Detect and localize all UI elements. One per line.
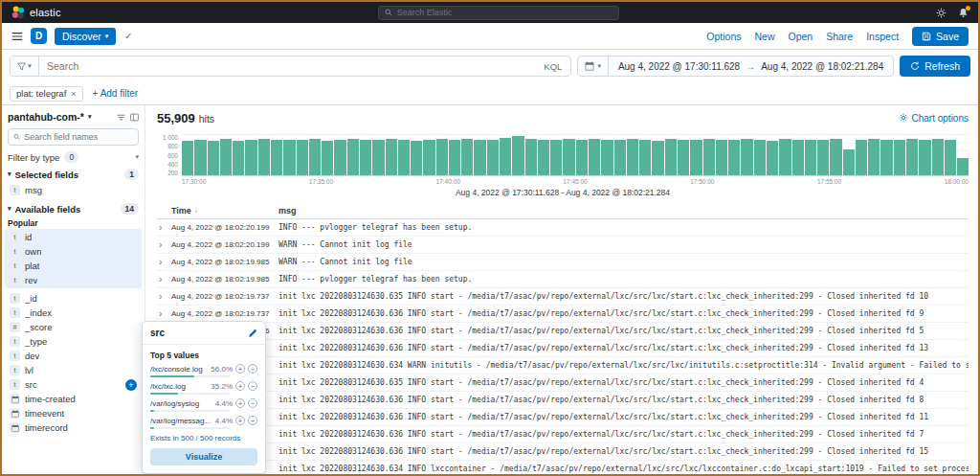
histogram-bar[interactable] — [334, 140, 345, 175]
histogram-bar[interactable] — [627, 139, 638, 175]
field-details-button[interactable]: + — [125, 379, 137, 391]
field-item-src[interactable]: tsrc+ — [8, 377, 139, 392]
table-row[interactable]: ›init lxc 20220803124630.636 INFO start … — [157, 426, 969, 443]
histogram-bar[interactable] — [792, 140, 804, 175]
expand-row-button[interactable]: › — [157, 257, 171, 267]
histogram-bar[interactable] — [271, 140, 282, 175]
field-item-own[interactable]: town — [8, 244, 139, 259]
edit-pencil-icon[interactable] — [248, 329, 257, 338]
histogram-bar[interactable] — [563, 139, 574, 175]
msg-column-header[interactable]: msg — [278, 206, 969, 215]
histogram-bar[interactable] — [639, 140, 651, 175]
filter-out-value-button[interactable]: − — [248, 364, 257, 374]
filter-for-value-button[interactable]: + — [235, 381, 245, 391]
nav-link-options[interactable]: Options — [706, 31, 741, 42]
histogram-bar[interactable] — [830, 139, 841, 175]
field-item-_index[interactable]: t_index — [8, 306, 139, 320]
histogram-bar[interactable] — [322, 141, 333, 175]
available-fields-header[interactable]: ▾ Available fields 14 — [8, 203, 139, 215]
histogram-bar[interactable] — [932, 139, 944, 175]
histogram-bar[interactable] — [512, 136, 523, 175]
histogram-bar[interactable] — [411, 141, 422, 175]
histogram-bar[interactable] — [589, 139, 600, 175]
histogram-bar[interactable] — [779, 139, 791, 175]
histogram-bar[interactable] — [347, 139, 359, 175]
filter-for-value-button[interactable]: + — [235, 364, 245, 374]
histogram-bar[interactable] — [487, 140, 499, 175]
histogram-bar[interactable] — [474, 140, 485, 175]
histogram-bar[interactable] — [233, 141, 244, 175]
field-item-dev[interactable]: tdev — [8, 349, 139, 363]
histogram-bar[interactable] — [220, 139, 232, 175]
filter-out-value-button[interactable]: − — [248, 381, 257, 391]
histogram-bar[interactable] — [945, 140, 956, 175]
field-item-id[interactable]: tid — [8, 230, 139, 244]
histogram-bar[interactable] — [716, 140, 727, 175]
table-row[interactable]: ›Aug 4, 2022 @ 18:02:19.985WARN --- Cann… — [157, 254, 969, 271]
table-row[interactable]: ›Aug 4, 2022 @ 18:02:20.199WARN --- Cann… — [157, 237, 969, 254]
table-row[interactable]: ›init lxc 20220803124630.636 INFO start … — [157, 409, 969, 426]
histogram-bar[interactable] — [182, 141, 193, 175]
histogram-bar[interactable] — [906, 139, 918, 175]
histogram-bar[interactable] — [436, 139, 448, 175]
elastic-logo-icon[interactable] — [11, 6, 25, 19]
time-column-header[interactable]: Time ↓ — [171, 206, 278, 215]
filter-pill[interactable]: plat: telegraf × — [10, 86, 83, 102]
nav-link-open[interactable]: Open — [788, 31, 813, 42]
histogram-bar[interactable] — [550, 140, 562, 175]
histogram-bar[interactable] — [754, 140, 766, 175]
query-menu-button[interactable]: ▾ — [11, 57, 39, 76]
histogram-bar[interactable] — [258, 139, 270, 175]
visualize-button[interactable]: Visualize — [150, 448, 257, 465]
date-from[interactable]: Aug 4, 2022 @ 17:30:11.628 — [618, 61, 740, 72]
space-avatar[interactable]: D — [31, 28, 47, 44]
histogram-bar[interactable] — [741, 139, 752, 175]
deployment-icon[interactable] — [936, 8, 947, 18]
histogram-bar[interactable] — [309, 139, 321, 175]
table-row[interactable]: ›init lxc 20220803124630.635 INFO start … — [157, 374, 969, 392]
histogram-bar[interactable] — [894, 140, 905, 175]
table-row[interactable]: ›Aug 4, 2022 @ 18:02:19.736init lxc 2022… — [157, 323, 969, 340]
sort-descending-icon[interactable]: ↓ — [194, 206, 198, 215]
histogram-bar[interactable] — [360, 140, 371, 175]
histogram-bar[interactable] — [398, 140, 410, 175]
global-search-input[interactable] — [397, 8, 612, 17]
histogram-bar[interactable] — [868, 139, 880, 175]
field-search-input[interactable] — [24, 132, 133, 142]
histogram-bar[interactable] — [423, 140, 434, 175]
histogram-bar[interactable] — [690, 140, 702, 175]
filter-for-value-button[interactable]: + — [235, 398, 245, 408]
histogram-bar[interactable] — [208, 141, 219, 175]
breadcrumb-app-badge[interactable]: Discover ▾ — [55, 28, 116, 45]
histogram-bar[interactable] — [678, 140, 689, 175]
histogram-bar[interactable] — [500, 138, 511, 175]
sort-fields-icon[interactable] — [117, 113, 125, 122]
exists-in-records-link[interactable]: Exists in 500 / 500 records — [150, 434, 257, 442]
table-row[interactable]: ›init lxc 20220803124630.636 INFO start … — [157, 392, 969, 409]
histogram-bar[interactable] — [538, 140, 549, 175]
histogram-bar[interactable] — [245, 140, 256, 175]
refresh-button[interactable]: Refresh — [900, 56, 970, 77]
histogram-bar[interactable] — [919, 140, 930, 175]
global-search[interactable] — [378, 6, 619, 20]
filter-for-value-button[interactable]: + — [235, 416, 245, 425]
add-filter-button[interactable]: + Add filter — [93, 88, 139, 99]
date-picker-calendar-button[interactable]: ▾ — [578, 57, 609, 76]
expand-row-button[interactable]: › — [157, 239, 171, 250]
histogram-bar[interactable] — [386, 139, 397, 175]
field-item-timerecord[interactable]: timerecord — [8, 420, 139, 435]
histogram-bar[interactable] — [601, 140, 612, 175]
histogram-bar[interactable] — [297, 140, 308, 175]
histogram-bar[interactable] — [576, 140, 588, 175]
menu-hamburger-icon[interactable] — [11, 31, 23, 42]
field-item-_id[interactable]: t_id — [8, 291, 139, 306]
histogram-bar[interactable] — [525, 139, 537, 175]
field-item-timeevent[interactable]: timeevent — [8, 406, 139, 420]
query-search-input[interactable] — [39, 60, 535, 72]
expand-row-button[interactable]: › — [157, 308, 171, 319]
save-button[interactable]: Save — [912, 27, 969, 46]
histogram-bar[interactable] — [843, 149, 855, 175]
kql-language-button[interactable]: KQL — [535, 61, 570, 72]
table-row[interactable]: ›init lxc 20220803124630.634 INFO lxccon… — [157, 461, 969, 474]
field-item-msg[interactable]: tmsg — [8, 183, 139, 197]
